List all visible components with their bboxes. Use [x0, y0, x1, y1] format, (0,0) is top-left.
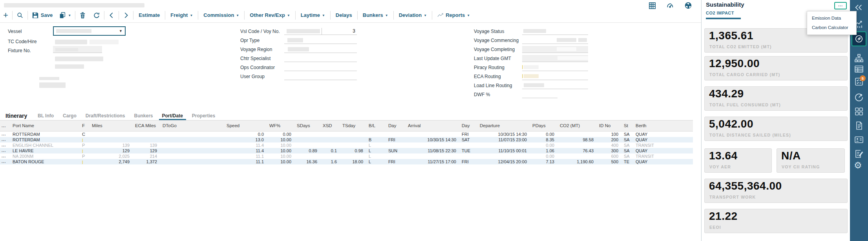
menu-deviation[interactable]: Deviation▼	[398, 12, 428, 18]
row-menu-button[interactable]: ...	[0, 148, 11, 153]
itinerary-table: ... Port NameF MilesECA Miles DToGoSpeed…	[0, 120, 693, 164]
caret-down-icon: ▼	[385, 14, 388, 18]
search-button[interactable]	[16, 12, 24, 19]
tab-cargo[interactable]: Cargo	[60, 112, 80, 120]
menu-item-emission-data[interactable]: Emission Data	[807, 13, 856, 23]
eca-routing-field[interactable]	[522, 73, 588, 80]
save-label: Save	[41, 12, 53, 18]
voyage-completing-field[interactable]	[522, 46, 588, 53]
modified-tick	[522, 74, 523, 78]
voyage-commencing-field[interactable]	[522, 37, 588, 44]
copy-caret-icon: ▼	[68, 14, 71, 18]
caret-down-icon: ▼	[236, 14, 239, 18]
sustainability-panel: Sustainability ... CO2 IMPACT 1,365.61 T…	[701, 0, 850, 241]
save-button[interactable]: Save	[32, 12, 53, 19]
panel-title: Sustainability	[706, 1, 744, 8]
metric-transport-work: 64,355,364.00 TRANSPORT WORK	[704, 179, 848, 203]
caret-down-icon: ▼	[322, 14, 325, 18]
user-group-field[interactable]	[284, 73, 357, 80]
voyage-status-field[interactable]	[522, 28, 588, 35]
vessel-combobox[interactable]: ▼	[53, 26, 126, 36]
row-menu-button[interactable]: ...	[0, 131, 11, 137]
table-row[interactable]: ... BATON ROUGE 2,7491,372 11.1 10.0016.…	[0, 159, 693, 164]
gauge-dial-icon[interactable]	[854, 93, 864, 102]
table-view-icon[interactable]	[854, 64, 864, 74]
last-update-gmt-label: Last Update GMT	[474, 56, 511, 61]
settings-gear-icon[interactable]: ⚙	[854, 160, 862, 171]
menu-estimate[interactable]: Estimate	[137, 12, 161, 18]
tab-bunkers[interactable]: Bunkers	[131, 112, 156, 120]
load-line-routing-label: Load Line Routing	[474, 83, 512, 88]
ops-coordinator-label: Ops Coordinator	[240, 65, 275, 70]
table-row[interactable]: ... ROTTERDAMC 0.0 0.00 FRI 10/30/15 14:…	[0, 131, 693, 137]
voyage-region-field[interactable]	[284, 46, 357, 53]
voyage-region-label: Voyage Region	[240, 47, 272, 52]
refresh-button[interactable]	[93, 12, 100, 19]
vsl-code-voy-no-field[interactable]: 3	[284, 28, 357, 35]
metric-eeoi: 21.22 EEOI	[704, 209, 848, 233]
table-row[interactable]: ... ENGLISH CHANNELP 139139 11.4 10.00 L…	[0, 142, 693, 148]
ops-coordinator-field[interactable]	[284, 64, 357, 71]
menu-item-carbon-calculator[interactable]: Carbon Calculator	[807, 23, 856, 32]
table-row[interactable]: ... NA 200NMP 2,025214 11.1 10.00 L 0.00…	[0, 153, 693, 159]
tab-port-date[interactable]: Port/Date	[159, 112, 186, 120]
menu-reports[interactable]: Reports▼	[436, 12, 471, 18]
row-menu-button[interactable]: ...	[0, 153, 11, 159]
window-title-redacted	[4, 3, 144, 7]
table-row[interactable]: ... LE HAVRE 129129 11.4 10.000.89 0.10.…	[0, 148, 693, 153]
itinerary-header-row: ... Port NameF MilesECA Miles DToGoSpeed…	[0, 120, 693, 131]
voyage-status-label: Voyage Status	[474, 29, 504, 34]
previous-button[interactable]	[108, 12, 115, 19]
table-row[interactable]: ... ROTTERDAM 13.0 10.00 BFRI 10/30/15 1…	[0, 137, 693, 142]
hierarchy-icon[interactable]	[854, 53, 864, 63]
chevron-down-icon: ▼	[119, 29, 122, 33]
tc-code-field[interactable]	[55, 40, 87, 44]
more-options-button[interactable]: ...	[834, 2, 847, 9]
menu-delays[interactable]: Delays	[334, 12, 353, 18]
chtr-specialist-field[interactable]	[284, 55, 357, 62]
tc-code-hire-label: TC Code/Hire	[8, 39, 37, 44]
tc-hire-field[interactable]	[90, 40, 119, 44]
dwf-field[interactable]	[522, 91, 557, 98]
opr-type-field[interactable]	[284, 37, 357, 44]
metric-total-distance-sailed: 5,042.00 TOTAL DISTANCE SAILED (MILES)	[704, 117, 848, 141]
copy-button[interactable]: ▼	[59, 12, 71, 19]
redacted-field	[39, 77, 59, 80]
menu-laytime[interactable]: Laytime▼	[300, 12, 326, 18]
caret-down-icon: ▼	[467, 14, 470, 18]
contact-card-icon[interactable]	[854, 135, 864, 144]
redacted-field	[55, 64, 84, 69]
delete-button[interactable]	[79, 12, 86, 19]
tab-properties[interactable]: Properties	[189, 112, 218, 120]
metric-voy-cii-rating: N/A VOY CII RATING	[777, 148, 845, 173]
vsl-code-voy-no-label: Vsl Code / Voy No.	[240, 29, 280, 34]
notes-edit-icon[interactable]	[854, 149, 864, 159]
fixture-no-field[interactable]	[53, 46, 102, 53]
metric-total-cargo-carried: 12,950.00 TOTAL CARGO CARRIED (MT)	[704, 56, 848, 80]
next-button[interactable]	[123, 12, 129, 19]
voyage-manager-window: + Save ▼ Estimate Freight	[0, 0, 868, 241]
dwf-label: DWF %	[474, 92, 490, 97]
voyage-commencing-label: Voyage Commencing	[474, 38, 519, 43]
add-button[interactable]: +	[3, 11, 8, 19]
load-line-routing-field[interactable]	[522, 82, 588, 89]
piracy-routing-field[interactable]	[522, 64, 588, 71]
menu-commission[interactable]: Commission▼	[202, 12, 240, 18]
eca-routing-label: ECA Routing	[474, 74, 501, 79]
opr-type-label: Opr Type	[240, 38, 259, 43]
tab-co2-impact[interactable]: CO2 IMPACT	[706, 11, 734, 15]
metric-total-fuel-consumed: 434.29 TOTAL FUEL CONSUMED (MT)	[704, 86, 848, 111]
row-menu-button[interactable]: ...	[0, 137, 11, 142]
voyage-completing-label: Voyage Completing	[474, 47, 515, 52]
menu-freight[interactable]: Freight▼	[169, 12, 194, 18]
tab-bl-info[interactable]: BL Info	[35, 112, 57, 120]
tab-draft-restrictions[interactable]: Draft/Restrictions	[82, 112, 128, 120]
row-menu-button[interactable]: ...	[0, 142, 11, 148]
modified-tick	[522, 65, 523, 69]
layouts-icon[interactable]	[854, 107, 864, 116]
last-update-gmt-field[interactable]	[522, 55, 588, 62]
menu-bunkers[interactable]: Bunkers▼	[362, 12, 389, 18]
menu-other-rev-exp[interactable]: Other Rev/Exp▼	[249, 12, 291, 18]
document-icon[interactable]	[854, 121, 864, 130]
row-menu-button[interactable]: ...	[0, 159, 11, 164]
